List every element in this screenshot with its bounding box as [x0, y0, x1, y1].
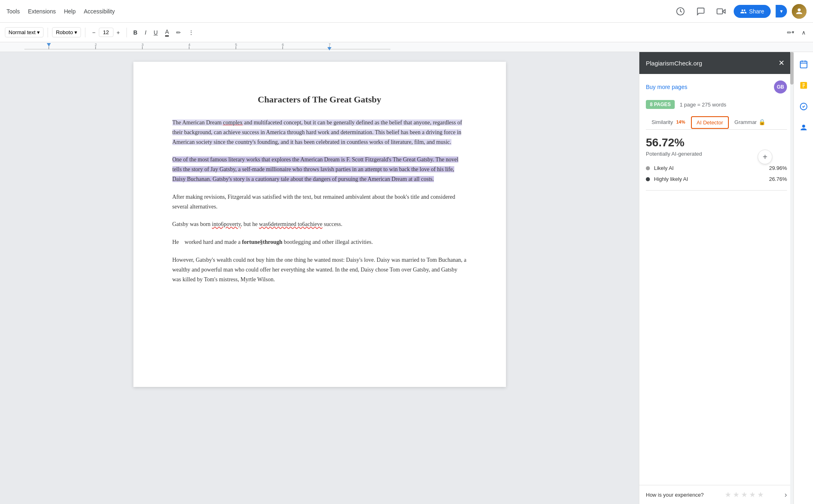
italic-button[interactable]: I [142, 28, 149, 37]
ai-dot-dark [646, 177, 650, 181]
ruler-svg: 1 2 3 4 5 6 7 [24, 43, 390, 51]
document-title: Characters of The Great Gatsby [172, 94, 467, 105]
ai-pct-highly: 26.76% [769, 176, 787, 182]
ai-pct-likely: 29.96% [769, 165, 787, 171]
text-style-dropdown[interactable]: Normal text ▾ [5, 27, 44, 37]
paragraph-3: After making revisions, Fitzgerald was s… [172, 192, 467, 212]
toolbar-collapse-button[interactable]: ∧ [799, 28, 808, 37]
font-size-input[interactable]: 12 [99, 28, 113, 37]
paragraph-1: The American Dream complex and multiface… [172, 118, 467, 147]
similarity-badge: 14% [676, 119, 685, 124]
bold-phrase: fortune§through [242, 239, 282, 245]
share-dropdown-button[interactable]: ▾ [776, 5, 787, 17]
chevron-down-icon: ▾ [74, 29, 77, 35]
toolbar-separator [48, 28, 48, 37]
paragraph-5: He worked hard and made a fortune§throug… [172, 237, 467, 247]
svg-point-3 [798, 8, 800, 11]
toolbar-right: ✏ ▾ ∧ [785, 28, 808, 37]
more-options-button[interactable]: ⋮ [186, 28, 196, 37]
main-area: Characters of The Great Gatsby The Ameri… [0, 52, 813, 504]
tasks-icon[interactable] [796, 78, 811, 93]
font-size-increase[interactable]: + [114, 28, 122, 37]
tab-grammar[interactable]: Grammar 🔒 [729, 115, 771, 129]
history-icon[interactable] [673, 4, 688, 19]
side-panel-title: PlagiarismCheck.org [646, 60, 702, 67]
svg-marker-20 [327, 47, 331, 50]
ruler: 1 2 3 4 5 6 7 [0, 42, 813, 52]
paragraph-6: However, Gatsby's wealth could not buy h… [172, 255, 467, 284]
ai-dot-light [646, 166, 650, 170]
document-page: Characters of The Great Gatsby The Ameri… [133, 62, 506, 387]
complex-word: complex [223, 119, 242, 126]
highlight-button[interactable]: ✏ [174, 28, 183, 37]
svg-point-30 [802, 125, 805, 128]
font-color-button[interactable]: A [163, 27, 171, 38]
top-bar: Tools Extensions Help Accessibility Shar… [0, 0, 813, 23]
menu-extensions[interactable]: Extensions [28, 8, 56, 15]
star-5[interactable]: ★ [757, 490, 764, 499]
lock-icon: 🔒 [759, 119, 765, 125]
ai-bar-highly-likely: Highly likely AI 26.76% [646, 176, 787, 182]
tab-similarity[interactable]: Similarity 14% [646, 116, 691, 129]
font-size-decrease[interactable]: − [89, 28, 98, 37]
pages-info-row: 8 PAGES 1 page = 275 words [646, 100, 787, 109]
top-bar-left: Tools Extensions Help Accessibility [7, 8, 115, 15]
chevron-right-icon[interactable]: › [785, 491, 787, 499]
pages-badge: 8 PAGES [646, 100, 675, 109]
svg-text:2: 2 [95, 43, 97, 47]
tabs-row: Similarity 14% AI Detector Grammar 🔒 [646, 115, 787, 130]
right-sidebar [793, 52, 813, 504]
ai-label-likely: Likely AI [654, 165, 769, 171]
ai-label-highly: Highly likely AI [654, 176, 769, 182]
svg-marker-19 [47, 43, 51, 46]
svg-rect-2 [717, 9, 723, 14]
add-button[interactable]: + [758, 150, 772, 164]
svg-text:5: 5 [235, 43, 237, 47]
calendar-icon[interactable] [796, 57, 811, 72]
person-icon[interactable] [796, 120, 811, 135]
star-3[interactable]: ★ [741, 490, 748, 499]
menu-tools[interactable]: Tools [7, 8, 20, 15]
svg-marker-1 [722, 9, 725, 13]
tab-ai-detector[interactable]: AI Detector [691, 116, 729, 129]
editing-mode-button[interactable]: ✏ ▾ [785, 28, 797, 37]
scrollbar-track[interactable] [790, 52, 793, 504]
side-panel-close-button[interactable]: ✕ [776, 58, 787, 68]
underline-button[interactable]: U [151, 28, 160, 37]
buy-pages-link[interactable]: Buy more pages [646, 84, 687, 90]
divider [646, 190, 787, 191]
ai-bar-likely: Likely AI 29.96% [646, 165, 787, 171]
meet-icon[interactable] [713, 4, 729, 19]
paragraph-2: One of the most famous literary works th… [172, 155, 467, 184]
svg-text:6: 6 [282, 43, 284, 47]
star-2[interactable]: ★ [733, 490, 739, 499]
checkmarks-icon[interactable] [796, 99, 811, 114]
buy-pages-row: Buy more pages GB [646, 80, 787, 93]
svg-text:4: 4 [188, 43, 190, 47]
comments-icon[interactable] [693, 4, 708, 19]
scrollbar-thumb[interactable] [790, 52, 793, 85]
document-area: Characters of The Great Gatsby The Ameri… [0, 52, 639, 504]
text-span: The American Dream complex and multiface… [172, 119, 462, 145]
svg-text:3: 3 [142, 43, 144, 47]
paragraph-4: Gatsby was born into6poverty, but he was… [172, 219, 467, 229]
menu-help[interactable]: Help [64, 8, 76, 15]
user-avatar[interactable] [792, 4, 806, 19]
menu-accessibility[interactable]: Accessibility [84, 8, 115, 15]
top-bar-right: Share ▾ [673, 4, 806, 19]
toolbar: Normal text ▾ Roboto ▾ − 12 + B I U A ✏ … [0, 23, 813, 42]
chevron-down-icon: ▾ [37, 29, 40, 35]
toolbar-separator-3 [126, 28, 127, 37]
star-1[interactable]: ★ [725, 490, 731, 499]
ai-percentage: 56.72% [646, 136, 787, 149]
side-panel: PlagiarismCheck.org ✕ Buy more pages GB … [639, 52, 793, 504]
bold-button[interactable]: B [131, 28, 140, 37]
font-dropdown[interactable]: Roboto ▾ [52, 27, 81, 37]
share-button[interactable]: Share [734, 5, 771, 18]
text-span-highlighted: One of the most famous literary works th… [172, 156, 459, 182]
underline-phrase-1: was6determined to6achieve [259, 221, 323, 227]
menu-bar: Tools Extensions Help Accessibility [7, 8, 115, 15]
underline-word-1: into6poverty [212, 221, 241, 227]
star-4[interactable]: ★ [749, 490, 756, 499]
experience-row: How is your experience? ★ ★ ★ ★ ★ › [639, 485, 793, 504]
